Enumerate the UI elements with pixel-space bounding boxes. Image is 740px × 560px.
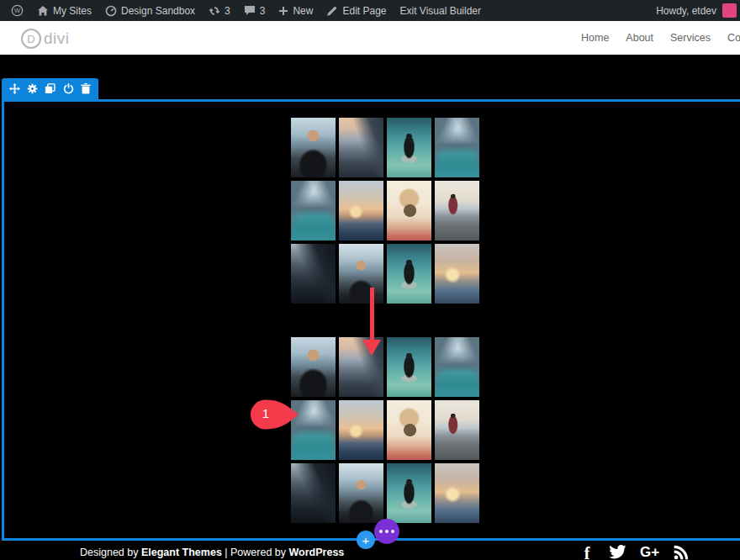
admin-bar-item-label: Edit Page <box>342 5 386 17</box>
admin-bar-item-edit-page[interactable]: Edit Page <box>320 0 393 21</box>
admin-bar-item-label: 3 <box>225 5 230 17</box>
duplicate-icon[interactable] <box>45 83 56 94</box>
comments-icon <box>244 5 256 16</box>
footer-credit: Designed by Elegant Themes | Powered by … <box>80 547 344 558</box>
gallery-image-glacier-lake[interactable] <box>291 181 336 240</box>
admin-bar-item-design-sandbox[interactable]: Design Sandbox <box>98 0 202 21</box>
edit-icon <box>326 5 338 17</box>
step-number: 1 <box>257 406 274 420</box>
trash-icon[interactable] <box>81 83 91 94</box>
gallery-image-sun-horizon[interactable] <box>435 463 479 523</box>
gallery-image-portrait-man[interactable] <box>291 118 336 177</box>
facebook-icon[interactable]: f <box>579 545 595 560</box>
admin-bar-item-exit-visual-builder[interactable]: Exit Visual Builder <box>394 0 489 21</box>
admin-bar-item-3[interactable]: 3 <box>202 0 237 21</box>
screen: WMy SitesDesign Sandbox33NewEdit PageExi… <box>0 0 740 560</box>
gallery-image-glacier-lake[interactable] <box>435 118 479 177</box>
howdy-text[interactable]: Howdy, etdev <box>656 5 716 17</box>
nav-item-home[interactable]: Home <box>581 32 609 44</box>
gallery-image-lake-figure[interactable] <box>387 337 431 397</box>
gallery-image-portrait-man[interactable] <box>291 337 336 397</box>
nav-item-about[interactable]: About <box>626 32 653 44</box>
admin-bar-item-new[interactable]: New <box>272 0 320 21</box>
logo-circle-icon: D <box>21 29 41 49</box>
add-section-button[interactable]: + <box>357 531 375 549</box>
gallery-module-2[interactable] <box>291 337 479 523</box>
credit-prefix: Designed by <box>80 547 141 558</box>
annotation-arrow-line <box>370 288 374 341</box>
admin-bar-item-3[interactable]: 3 <box>237 0 272 21</box>
gallery-module-1[interactable] <box>291 118 479 304</box>
twitter-icon[interactable] <box>609 545 626 559</box>
move-icon[interactable] <box>9 83 20 94</box>
rss-icon[interactable] <box>673 545 690 560</box>
gallery-image-portrait-man-wide[interactable] <box>339 463 383 523</box>
gallery-image-camera-selfie[interactable] <box>387 400 431 460</box>
logo-text: divi <box>44 29 70 48</box>
dashboard-icon <box>105 5 117 17</box>
gallery-image-lake-figure[interactable] <box>387 463 431 523</box>
credit-middle: | Powered by <box>222 547 289 558</box>
wordpress-icon: W <box>11 4 24 17</box>
annotation-arrow-head-icon <box>362 340 381 356</box>
disable-icon[interactable] <box>63 83 74 94</box>
gear-icon[interactable] <box>27 83 38 94</box>
gallery-image-dark-gorge[interactable] <box>291 463 336 523</box>
gallery-image-sea-sunset[interactable] <box>339 400 383 460</box>
site-header: D divi HomeAboutServicesContact <box>0 21 740 55</box>
footer-social-icons: fG+ <box>579 545 690 560</box>
admin-bar-item-label: Exit Visual Builder <box>400 5 482 17</box>
gallery-image-camera-selfie[interactable] <box>387 181 431 240</box>
gallery-image-coastal-figure[interactable] <box>435 400 479 460</box>
svg-text:W: W <box>14 7 21 14</box>
plus-icon <box>278 6 288 16</box>
page-settings-button[interactable] <box>374 519 399 544</box>
elegant-themes-link[interactable]: Elegant Themes <box>141 547 222 558</box>
gallery-image-lake-figure[interactable] <box>387 244 431 304</box>
nav-item-contact[interactable]: Contact <box>727 32 740 44</box>
admin-bar-item-label: My Sites <box>53 5 92 17</box>
my-sites-icon <box>37 5 49 17</box>
gallery-image-lake-figure[interactable] <box>387 118 431 177</box>
gallery-image-sea-sunset[interactable] <box>339 181 383 240</box>
google-plus-icon[interactable]: G+ <box>640 545 659 559</box>
section-toolbar <box>2 78 98 99</box>
admin-bar-item-label: New <box>293 5 313 17</box>
gallery-image-glacier-lake[interactable] <box>435 337 479 397</box>
gallery-image-mountain-gorge[interactable] <box>339 118 383 177</box>
admin-bar-item-my-sites[interactable]: My Sites <box>30 0 98 21</box>
admin-bar-account: Howdy, etdev <box>656 3 740 18</box>
gallery-image-dark-gorge[interactable] <box>291 244 336 304</box>
wordpress-link[interactable]: WordPress <box>289 547 345 558</box>
admin-bar-item-label: 3 <box>260 5 266 17</box>
admin-bar-items: WMy SitesDesign Sandbox33NewEdit PageExi… <box>0 0 488 21</box>
site-logo[interactable]: D divi <box>21 29 70 49</box>
gallery-image-coastal-figure[interactable] <box>435 181 479 240</box>
annotation-step-marker: 1 <box>250 399 299 431</box>
admin-bar-item-label: Design Sandbox <box>121 5 195 17</box>
admin-bar-item-logo[interactable]: W <box>4 0 30 21</box>
main-nav: HomeAboutServicesContact <box>581 21 740 55</box>
updates-icon <box>209 5 220 17</box>
nav-item-services[interactable]: Services <box>670 32 711 44</box>
gallery-image-portrait-man-wide[interactable] <box>339 244 383 304</box>
gallery-image-sun-horizon[interactable] <box>435 244 479 304</box>
avatar[interactable] <box>722 3 737 18</box>
wp-admin-bar: WMy SitesDesign Sandbox33NewEdit PageExi… <box>0 0 740 21</box>
